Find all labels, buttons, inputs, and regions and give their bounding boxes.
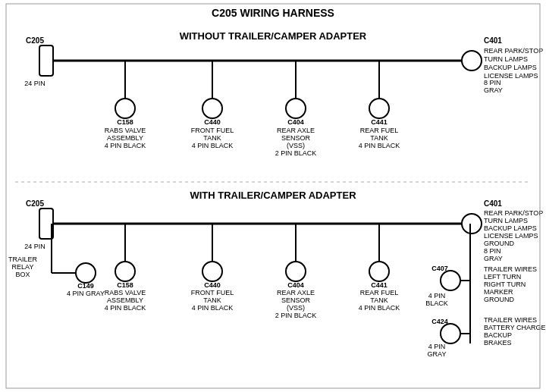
top-c440-name: C440 xyxy=(204,118,221,126)
svg-rect-1 xyxy=(39,45,53,76)
bottom-c440-name: C440 xyxy=(204,281,221,289)
trailer-relay-label2: RELAY xyxy=(12,263,34,271)
bottom-c158-name: C158 xyxy=(117,281,133,289)
bottom-c441-desc1: REAR FUEL xyxy=(360,289,399,296)
bottom-c407-desc5: GROUND xyxy=(484,296,514,303)
top-c158-desc2: ASSEMBLY xyxy=(107,134,143,142)
top-c401-desc1: REAR PARK/STOP xyxy=(484,47,543,55)
main-title: C205 WIRING HARNESS xyxy=(212,7,334,19)
bottom-c440-desc3: 4 PIN BLACK xyxy=(192,304,234,312)
bottom-section-label: WITH TRAILER/CAMPER ADAPTER xyxy=(190,190,356,201)
bottom-c149-pins: 4 PIN GRAY xyxy=(67,290,105,297)
top-c205-pins: 24 PIN xyxy=(24,80,46,87)
bottom-c149-name: C149 xyxy=(77,282,94,290)
svg-point-16 xyxy=(76,263,96,283)
top-c401-label: C401 xyxy=(484,36,502,45)
top-c404-name: C404 xyxy=(287,118,304,126)
top-c205-label: C205 xyxy=(26,36,44,45)
bottom-c205-pins: 24 PIN xyxy=(24,243,46,250)
bottom-c441-desc3: 4 PIN BLACK xyxy=(359,304,400,312)
bottom-c424-desc4: BRAKES xyxy=(484,339,512,347)
svg-point-8 xyxy=(286,99,306,118)
svg-point-2 xyxy=(462,51,482,71)
bottom-c407-pins: 4 PIN xyxy=(428,292,446,299)
bottom-c401-desc4: LICENSE LAMPS xyxy=(484,232,538,240)
bottom-c158-desc2: ASSEMBLY xyxy=(107,296,143,304)
top-c441-name: C441 xyxy=(371,118,388,126)
bottom-c441-name: C441 xyxy=(371,281,388,289)
top-c401-color: GRAY xyxy=(484,86,503,94)
bottom-c407-desc1: TRAILER WIRES xyxy=(484,265,537,273)
svg-point-25 xyxy=(115,262,135,281)
top-c404-desc3: (VSS) xyxy=(287,142,305,149)
svg-point-4 xyxy=(115,99,135,118)
bottom-c401-desc1: REAR PARK/STOP xyxy=(484,209,543,217)
bottom-c424-desc1: TRAILER WIRES xyxy=(484,316,537,324)
bottom-c404-desc4: 2 PIN BLACK xyxy=(275,312,317,319)
top-c158-name: C158 xyxy=(117,118,133,126)
bottom-c424-desc2: BATTERY CHARGE xyxy=(484,324,546,331)
bottom-c401-desc5: GROUND xyxy=(484,240,514,247)
top-c404-desc2: SENSOR xyxy=(281,134,311,142)
bottom-c407-desc4: MARKER xyxy=(484,288,513,296)
bottom-c401-color: GRAY xyxy=(484,255,503,262)
svg-point-29 xyxy=(286,262,306,281)
page: C205 WIRING HARNESS WITHOUT TRAILER/CAMP… xyxy=(0,0,546,392)
bottom-c158-desc3: 4 PIN BLACK xyxy=(105,304,146,312)
bottom-c158-desc1: RABS VALVE xyxy=(105,289,146,296)
bottom-c407-desc3: RIGHT TURN xyxy=(484,281,526,288)
top-c440-desc1: FRONT FUEL xyxy=(191,127,234,134)
bottom-c440-desc2: TANK xyxy=(203,296,221,304)
svg-point-27 xyxy=(202,262,222,281)
top-c401-pins: 8 PIN xyxy=(484,79,501,86)
bottom-c401-desc2: TURN LAMPS xyxy=(484,217,528,224)
bottom-c401-desc3: BACKUP LAMPS xyxy=(484,224,537,232)
trailer-relay-label3: BOX xyxy=(15,271,30,278)
bottom-c424-name: C424 xyxy=(431,318,448,325)
bottom-c407-name: C407 xyxy=(431,265,448,272)
top-section-label: WITHOUT TRAILER/CAMPER ADAPTER xyxy=(180,30,367,42)
svg-point-6 xyxy=(202,99,222,118)
svg-point-31 xyxy=(369,262,389,281)
bottom-c407-color: BLACK xyxy=(425,299,448,307)
wiring-diagram: C205 WIRING HARNESS WITHOUT TRAILER/CAMP… xyxy=(0,0,546,392)
top-c404-desc4: 2 PIN BLACK xyxy=(275,149,317,157)
top-c441-desc2: TANK xyxy=(370,134,388,142)
top-c440-desc3: 4 PIN BLACK xyxy=(192,142,234,149)
top-c441-desc3: 4 PIN BLACK xyxy=(359,142,400,149)
bottom-c404-desc2: SENSOR xyxy=(281,296,311,304)
top-c158-desc3: 4 PIN BLACK xyxy=(105,142,146,149)
bottom-c440-desc1: FRONT FUEL xyxy=(191,289,234,296)
svg-point-20 xyxy=(441,271,460,290)
top-c441-desc1: REAR FUEL xyxy=(360,127,399,134)
top-c401-desc3: BACKUP LAMPS xyxy=(484,64,537,71)
top-c158-desc1: RABS VALVE xyxy=(105,127,146,134)
top-c440-desc2: TANK xyxy=(203,134,221,142)
bottom-c205-label: C205 xyxy=(26,199,44,208)
bottom-c404-desc3: (VSS) xyxy=(287,304,305,312)
svg-point-22 xyxy=(441,324,460,343)
bottom-c407-desc2: LEFT TURN xyxy=(484,273,521,281)
svg-point-10 xyxy=(369,99,389,118)
bottom-c441-desc2: TANK xyxy=(370,296,388,304)
svg-point-17 xyxy=(462,214,482,234)
top-c401-desc2: TURN LAMPS xyxy=(484,55,528,63)
bottom-c424-desc3: BACKUP xyxy=(484,331,512,339)
top-c404-desc1: REAR AXLE xyxy=(277,127,315,134)
bottom-c404-desc1: REAR AXLE xyxy=(277,289,315,296)
bottom-c401-label: C401 xyxy=(484,199,502,208)
bottom-c404-name: C404 xyxy=(287,281,304,289)
bottom-c401-pins: 8 PIN xyxy=(484,247,501,255)
trailer-relay-label1: TRAILER xyxy=(8,256,38,263)
bottom-c424-color: GRAY xyxy=(428,350,447,358)
bottom-c424-pins: 4 PIN xyxy=(428,343,446,350)
